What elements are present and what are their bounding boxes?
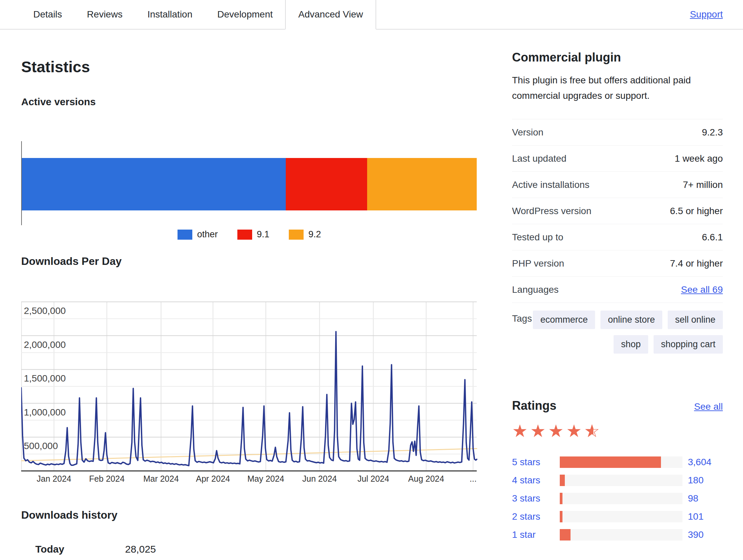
rating-bar-fill bbox=[560, 493, 562, 504]
rating-breakdown: 5 stars 3,604 4 stars 180 3 stars 98 2 s… bbox=[512, 456, 723, 541]
info-label: Version bbox=[512, 127, 543, 137]
rating-row-label[interactable]: 2 stars bbox=[512, 511, 556, 522]
rating-row-label[interactable]: 1 star bbox=[512, 529, 556, 540]
see-all-ratings-link[interactable]: See all bbox=[694, 401, 723, 412]
svg-text:Jun 2024: Jun 2024 bbox=[302, 474, 337, 483]
tag-ecommerce[interactable]: ecommerce bbox=[533, 311, 595, 329]
rating-bar-fill bbox=[560, 475, 565, 486]
tab-development[interactable]: Development bbox=[205, 0, 285, 29]
info-row-last-updated: Last updated 1 week ago bbox=[512, 145, 723, 171]
rating-bar-fill bbox=[560, 511, 562, 522]
active-versions-chart bbox=[21, 141, 477, 225]
rating-row-label[interactable]: 4 stars bbox=[512, 475, 556, 486]
info-row-tags: Tags ecommerce online store sell online … bbox=[512, 303, 723, 362]
rating-count: 101 bbox=[688, 511, 723, 522]
rating-count: 180 bbox=[688, 475, 723, 486]
versions-legend: other 9.1 9.2 bbox=[21, 229, 477, 240]
svg-text:2,500,000: 2,500,000 bbox=[24, 306, 66, 316]
star-icon: ★ bbox=[566, 422, 584, 440]
main-column: Statistics Active versions other 9.1 bbox=[21, 30, 477, 555]
star-half-fill: ★ bbox=[584, 422, 594, 440]
svg-text:Aug 2024: Aug 2024 bbox=[408, 474, 444, 483]
downloads-history-row: Today 28,025 bbox=[21, 544, 477, 555]
rating-count: 390 bbox=[688, 529, 723, 540]
legend-swatch-blue bbox=[178, 230, 192, 240]
info-value: 7.4 or higher bbox=[670, 258, 723, 269]
rating-row-label[interactable]: 5 stars bbox=[512, 457, 556, 468]
info-value: 1 week ago bbox=[675, 153, 723, 164]
legend-swatch-orange bbox=[289, 230, 304, 240]
half-star-icon: ☆★ bbox=[584, 422, 602, 440]
versions-segment-9-1 bbox=[286, 158, 367, 210]
tab-advanced-view[interactable]: Advanced View bbox=[285, 0, 376, 30]
tag-pills: ecommerce online store sell online shop … bbox=[532, 311, 723, 354]
svg-text:May 2024: May 2024 bbox=[247, 474, 284, 483]
history-row-value: 28,025 bbox=[125, 544, 156, 555]
info-row-languages: Languages See all 69 bbox=[512, 276, 723, 303]
svg-text:Mar 2024: Mar 2024 bbox=[143, 474, 179, 483]
tab-reviews[interactable]: Reviews bbox=[75, 0, 135, 29]
rating-row-5-stars: 5 stars 3,604 bbox=[512, 456, 723, 468]
rating-bar-track bbox=[560, 511, 682, 522]
info-label: Languages bbox=[512, 284, 559, 295]
tag-online-store[interactable]: online store bbox=[600, 311, 662, 329]
svg-text:Feb 2024: Feb 2024 bbox=[89, 474, 125, 483]
ratings-header: Ratings See all bbox=[512, 399, 723, 413]
info-row-active-installations: Active installations 7+ million bbox=[512, 171, 723, 198]
legend-item-other: other bbox=[178, 229, 218, 240]
info-label: Tested up to bbox=[512, 232, 563, 242]
rating-bar-track bbox=[560, 529, 682, 541]
see-all-languages-link[interactable]: See all 69 bbox=[681, 284, 723, 295]
history-row-label: Today bbox=[35, 544, 104, 555]
info-row-version: Version 9.2.3 bbox=[512, 119, 723, 145]
downloads-per-day-chart: 2,500,0002,000,0001,500,0001,000,000500,… bbox=[21, 296, 477, 485]
svg-text:Apr 2024: Apr 2024 bbox=[196, 474, 230, 483]
rating-count: 98 bbox=[688, 493, 723, 504]
plugin-advanced-view-page: Details Reviews Installation Development… bbox=[0, 0, 743, 560]
info-value: 9.2.3 bbox=[702, 127, 723, 137]
legend-item-9-2: 9.2 bbox=[289, 229, 321, 240]
tab-details[interactable]: Details bbox=[21, 0, 75, 29]
info-value: 6.5 or higher bbox=[670, 206, 723, 216]
info-row-tested-up-to: Tested up to 6.6.1 bbox=[512, 224, 723, 250]
info-value: 6.6.1 bbox=[702, 232, 723, 242]
rating-bar-track bbox=[560, 456, 682, 468]
rating-bar-track bbox=[560, 493, 682, 504]
ratings-heading: Ratings bbox=[512, 399, 556, 413]
tag-shop[interactable]: shop bbox=[614, 335, 648, 354]
tag-sell-online[interactable]: sell online bbox=[668, 311, 723, 329]
info-value: 7+ million bbox=[683, 179, 723, 190]
page-content: Statistics Active versions other 9.1 bbox=[0, 30, 743, 555]
svg-text:Jan 2024: Jan 2024 bbox=[37, 474, 71, 483]
downloads-per-day-heading: Downloads Per Day bbox=[21, 255, 477, 268]
downloads-history-heading: Downloads history bbox=[21, 509, 477, 521]
rating-row-1-star: 1 star 390 bbox=[512, 529, 723, 541]
commercial-plugin-heading: Commercial plugin bbox=[512, 50, 723, 65]
tab-installation[interactable]: Installation bbox=[135, 0, 205, 29]
legend-label: 9.2 bbox=[308, 229, 321, 240]
info-label: WordPress version bbox=[512, 206, 591, 216]
tab-bar: Details Reviews Installation Development… bbox=[0, 0, 743, 30]
info-label: Active installations bbox=[512, 179, 589, 190]
star-icon: ★ bbox=[530, 422, 548, 440]
legend-label: other bbox=[197, 229, 218, 240]
legend-item-9-1: 9.1 bbox=[237, 229, 270, 240]
rating-bar-track bbox=[560, 475, 682, 486]
star-rating: ★★★★☆★ bbox=[512, 422, 723, 440]
rating-bar-fill bbox=[560, 456, 661, 468]
plugin-info-table: Version 9.2.3 Last updated 1 week ago Ac… bbox=[512, 119, 723, 362]
rating-count: 3,604 bbox=[688, 457, 723, 468]
svg-text:500,000: 500,000 bbox=[24, 441, 58, 451]
tags-label: Tags bbox=[512, 311, 532, 354]
star-icon: ★ bbox=[548, 422, 566, 440]
tag-shopping-cart[interactable]: shopping cart bbox=[654, 335, 723, 354]
rating-bar-fill bbox=[560, 529, 571, 541]
statistics-heading: Statistics bbox=[21, 58, 477, 76]
info-label: Last updated bbox=[512, 153, 566, 164]
rating-row-label[interactable]: 3 stars bbox=[512, 493, 556, 504]
tabbar-spacer bbox=[0, 0, 21, 29]
rating-row-2-stars: 2 stars 101 bbox=[512, 511, 723, 522]
info-label: PHP version bbox=[512, 258, 564, 269]
svg-text:...: ... bbox=[470, 474, 477, 483]
support-link[interactable]: Support bbox=[690, 9, 723, 20]
